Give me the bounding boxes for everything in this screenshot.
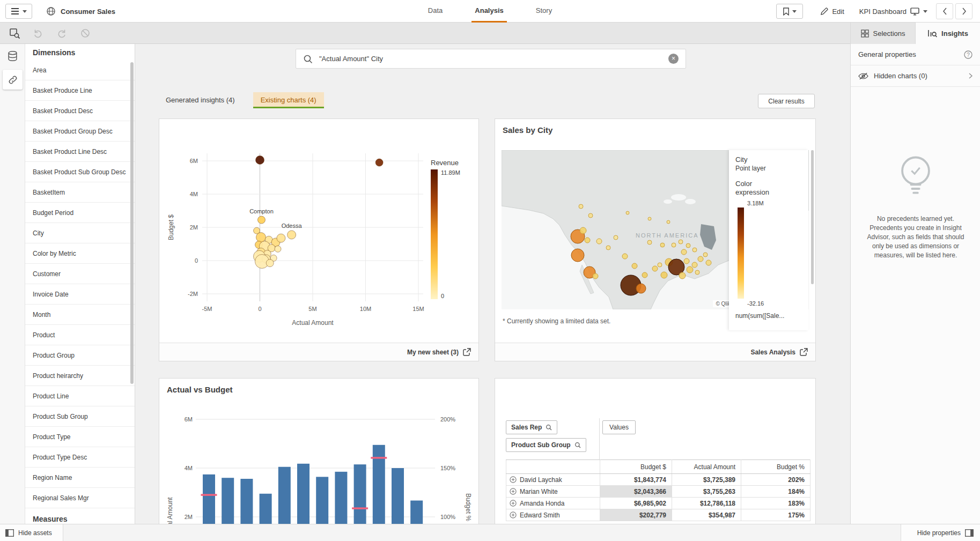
help-icon[interactable]: ? [964,50,972,59]
dimension-item[interactable]: Color by Metric [25,243,135,264]
clear-selections-button[interactable] [76,24,94,42]
dimension-item[interactable]: Basket Product Sub Group Desc [25,162,135,182]
pivot-value-cell: 183% [741,498,810,509]
sheet-selector[interactable]: KPI Dashboard [859,8,927,16]
actual-vs-budget-bar-chart[interactable]: 6M200%4M150%2M100%Actual AmountBudget % [159,400,480,541]
search-input[interactable] [319,55,668,63]
map-card-footer-link[interactable]: Sales Analysis [495,343,815,361]
map-card-title: Sales by City [503,125,552,135]
dimension-item[interactable]: Product Type [25,427,135,447]
pivot-row-label[interactable]: Amanda Honda [506,498,600,509]
dimension-item[interactable]: Basket Product Line Desc [25,142,135,162]
budget-vs-actual-scatter-chart[interactable]: -5M05M10M15M6M4M2M0-2MActual AmountBudge… [159,119,480,343]
svg-text:Odessa: Odessa [282,223,303,229]
insights-empty-state: No precedents learned yet. Precedents yo… [851,151,980,260]
panel-tab-insights[interactable]: Insights [915,23,980,44]
dimension-item[interactable]: Region Name [25,468,135,488]
external-link-icon [800,348,808,356]
pivot-table-card: Sales Rep Product Sub Group Values Budge… [495,378,816,541]
empty-state-text: No precedents learned yet. Precedents yo… [863,214,968,260]
nav-tab-analysis[interactable]: Analysis [471,0,506,23]
next-sheet-button[interactable] [955,3,972,19]
legend-expression: num(sum([Sale... [735,312,802,320]
expand-icon[interactable] [510,512,517,518]
pivot-column-header[interactable]: Budget $ [600,460,672,474]
bookmarks-button[interactable] [776,4,803,19]
field-links-tool[interactable] [3,70,23,90]
step-forward-button[interactable] [53,24,71,42]
hide-assets-button[interactable]: Hide assets [0,524,63,541]
hidden-charts-label: Hidden charts (0) [874,72,927,80]
dimension-item[interactable]: Customer [25,264,135,284]
panel-right-icon [965,529,974,537]
pivot-row-label[interactable]: Marian White [506,486,600,498]
scatter-card-footer-link[interactable]: My new sheet (3) [159,343,478,361]
bar-card-title: Actual vs Budget [167,385,233,394]
dimension-item[interactable]: Product Group [25,345,135,366]
previous-sheet-button[interactable] [936,3,953,19]
data-manager-icon[interactable] [7,50,18,62]
pivot-value-cell: $2,043,366 [600,486,672,498]
dimension-item[interactable]: Product Line [25,386,135,406]
results-tab[interactable]: Generated insights (4) [164,92,237,108]
hide-properties-button[interactable]: Hide properties [901,524,980,541]
step-back-button[interactable] [29,24,47,42]
assets-scrollbar[interactable] [130,62,134,384]
dimension-item[interactable]: Product Type Desc [25,447,135,468]
pivot-divider [599,418,600,460]
results-tab[interactable]: Existing charts (4) [253,92,324,108]
dimension-item[interactable]: BasketItem [25,182,135,203]
svg-text:0: 0 [258,306,261,312]
chevron-down-icon [792,10,797,13]
edit-button[interactable]: Edit [820,8,844,16]
expand-icon[interactable] [510,500,517,507]
qlik-app-window: Consumer Sales DataAnalysisStory Edit KP… [0,0,980,541]
insight-icon [927,29,937,38]
table-row: Marian White$2,043,366$3,755,263184% [506,486,810,498]
panel-tab-selections[interactable]: Selections [850,23,915,44]
assets-rail [0,44,25,524]
results-tabs: Generated insights (4)Existing charts (4… [164,91,324,108]
map-legend-scrollbar[interactable] [811,150,814,284]
map-legend: City Point layer Color expression 3.18M … [729,150,808,330]
dimension-item[interactable]: Basket Product Desc [25,101,135,121]
nav-tab-data[interactable]: Data [425,0,446,23]
clear-search-button[interactable]: × [668,54,679,64]
pivot-column-header[interactable]: Budget % [741,460,810,474]
dimension-item[interactable]: Basket Produce Line [25,80,135,101]
dimension-item[interactable]: City [25,223,135,243]
sales-rep-dimension-chip[interactable]: Sales Rep [506,420,557,434]
dimension-item[interactable]: Area [25,60,135,80]
general-properties-header: General properties ? [851,44,980,65]
chevron-right-icon [962,8,967,15]
expand-icon[interactable] [510,476,517,483]
dimension-item[interactable]: Product [25,325,135,345]
chevron-right-icon [969,73,972,79]
dimension-item[interactable]: Basket Product Group Desc [25,121,135,142]
main-content: × Generated insights (4)Existing charts … [135,44,850,524]
pivot-value-cell: 202% [741,474,810,486]
dimension-item[interactable]: Product Sub Group [25,406,135,427]
selections-toolbar: SelectionsInsights [0,23,980,44]
map-footer-label: Sales Analysis [750,349,795,356]
product-sub-group-dimension-chip[interactable]: Product Sub Group [506,438,586,452]
clear-results-button[interactable]: Clear results [758,94,815,108]
dimensions-list: AreaBasket Produce LineBasket Product De… [25,60,135,508]
nav-tab-story[interactable]: Story [533,0,555,23]
measures-section-title[interactable]: Measures [33,508,68,524]
selections-tool-button[interactable] [5,24,24,42]
hidden-charts-row[interactable]: Hidden charts (0) [851,65,980,87]
scatter-chart-card: -5M05M10M15M6M4M2M0-2MActual AmountBudge… [159,118,479,361]
expand-icon[interactable] [510,488,517,495]
pivot-value-cell: 175% [741,509,810,521]
dimension-item[interactable]: Regional Sales Mgr [25,488,135,508]
dimension-item[interactable]: Invoice Date [25,284,135,305]
svg-text:0: 0 [195,257,198,264]
dimension-item[interactable]: Product heirarchy [25,366,135,386]
pivot-row-label[interactable]: David Laychak [506,474,600,486]
pivot-column-header[interactable]: Actual Amount [672,460,741,474]
dimension-item[interactable]: Month [25,305,135,325]
pivot-row-label[interactable]: Edward Smith [506,509,600,521]
pivot-value-cell: $3,725,389 [672,474,741,486]
dimension-item[interactable]: Budget Period [25,203,135,223]
